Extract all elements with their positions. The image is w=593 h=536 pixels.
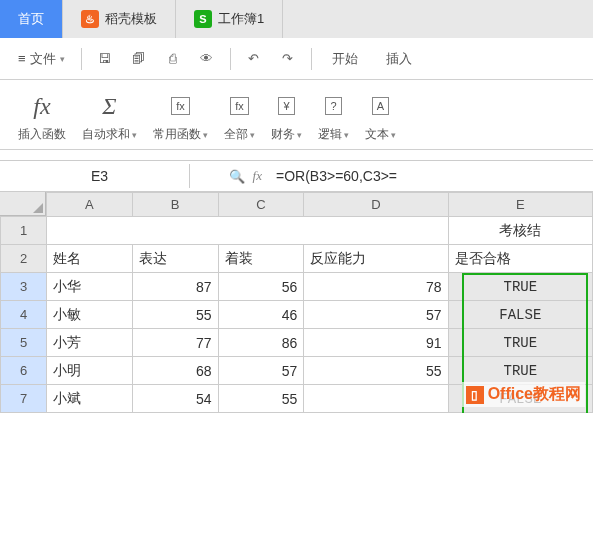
cell[interactable]: 姓名 <box>47 245 133 273</box>
cell[interactable]: 54 <box>132 385 218 413</box>
cell[interactable] <box>47 217 449 245</box>
cell[interactable]: 55 <box>304 357 448 385</box>
ribbon-auto-sum[interactable]: Σ 自动求和▾ <box>74 88 145 143</box>
row-header[interactable]: 2 <box>1 245 47 273</box>
cell[interactable]: FALSE <box>448 301 592 329</box>
col-header-B[interactable]: B <box>132 193 218 217</box>
office-icon: ▯ <box>466 386 484 404</box>
row-header[interactable]: 4 <box>1 301 47 329</box>
cell[interactable]: 小斌 <box>47 385 133 413</box>
chevron-down-icon: ▾ <box>344 130 349 140</box>
cell[interactable]: 87 <box>132 273 218 301</box>
formula-input[interactable]: =OR(B3>=60,C3>= <box>270 164 593 188</box>
table-row: 6 小明 68 57 55 TRUE <box>1 357 593 385</box>
table-row: 2 姓名 表达 着装 反应能力 是否合格 <box>1 245 593 273</box>
cell[interactable]: 小华 <box>47 273 133 301</box>
col-header-D[interactable]: D <box>304 193 448 217</box>
tab-label: 稻壳模板 <box>105 10 157 28</box>
fx-star-icon: fx <box>171 97 190 115</box>
cell[interactable]: 着装 <box>218 245 304 273</box>
chevron-down-icon: ▾ <box>297 130 302 140</box>
search-icon[interactable]: 🔍 <box>229 169 245 184</box>
preview-icon: 👁 <box>200 51 213 66</box>
table-row: 5 小芳 77 86 91 TRUE <box>1 329 593 357</box>
select-all-corner[interactable] <box>0 192 46 216</box>
cell[interactable]: 56 <box>218 273 304 301</box>
tab-label: 工作簿1 <box>218 10 264 28</box>
cell[interactable]: TRUE <box>448 357 592 385</box>
cell[interactable]: 77 <box>132 329 218 357</box>
cell[interactable]: 78 <box>304 273 448 301</box>
row-header[interactable]: 3 <box>1 273 47 301</box>
chevron-down-icon: ▾ <box>203 130 208 140</box>
yen-icon: ¥ <box>278 97 294 115</box>
chevron-down-icon: ▾ <box>391 130 396 140</box>
tab-templates[interactable]: ♨ 稻壳模板 <box>63 0 176 38</box>
workbook-tabs: 首页 ♨ 稻壳模板 S 工作簿1 <box>0 0 593 38</box>
cell[interactable]: 小敏 <box>47 301 133 329</box>
fx-icon: fx <box>33 93 50 120</box>
undo-button[interactable]: ↶ <box>239 44 269 74</box>
spreadsheet-icon: S <box>194 10 212 28</box>
row-header[interactable]: 5 <box>1 329 47 357</box>
cell[interactable]: 57 <box>218 357 304 385</box>
save-button[interactable]: 🖫 <box>90 44 120 74</box>
ribbon-text[interactable]: A 文本▾ <box>357 88 404 143</box>
cell[interactable]: 46 <box>218 301 304 329</box>
save-as-button[interactable]: 🗐 <box>124 44 154 74</box>
cell[interactable]: 55 <box>132 301 218 329</box>
cell[interactable]: 68 <box>132 357 218 385</box>
fx-button[interactable]: fx <box>253 168 262 184</box>
cell[interactable]: 57 <box>304 301 448 329</box>
cell[interactable]: TRUE <box>448 329 592 357</box>
name-box[interactable]: E3 <box>10 164 190 188</box>
file-menu[interactable]: ≡ 文件 ▾ <box>10 46 73 72</box>
ribbon: fx 插入函数 Σ 自动求和▾ fx 常用函数▾ fx 全部▾ ¥ 财务▾ ? … <box>0 80 593 150</box>
col-header-E[interactable]: E <box>448 193 592 217</box>
cell[interactable]: 小芳 <box>47 329 133 357</box>
cell[interactable]: TRUE <box>448 273 592 301</box>
row-header[interactable]: 1 <box>1 217 47 245</box>
print-button[interactable]: ⎙ <box>158 44 188 74</box>
cell[interactable]: 86 <box>218 329 304 357</box>
chevron-down-icon: ▾ <box>132 130 137 140</box>
chevron-down-icon: ▾ <box>60 54 65 64</box>
watermark: ▯ Office教程网 <box>462 382 585 407</box>
cell[interactable] <box>304 385 448 413</box>
col-header-C[interactable]: C <box>218 193 304 217</box>
redo-icon: ↷ <box>282 51 293 66</box>
cell[interactable]: 是否合格 <box>448 245 592 273</box>
row-header[interactable]: 7 <box>1 385 47 413</box>
cell[interactable]: 反应能力 <box>304 245 448 273</box>
tab-workbook1[interactable]: S 工作簿1 <box>176 0 283 38</box>
ribbon-all[interactable]: fx 全部▾ <box>216 88 263 143</box>
undo-icon: ↶ <box>248 51 259 66</box>
tab-home[interactable]: 首页 <box>0 0 63 38</box>
row-header[interactable]: 6 <box>1 357 47 385</box>
ribbon-logic[interactable]: ? 逻辑▾ <box>310 88 357 143</box>
ribbon-common-fn[interactable]: fx 常用函数▾ <box>145 88 216 143</box>
menu-start[interactable]: 开始 <box>320 46 370 72</box>
print-icon: ⎙ <box>169 51 177 66</box>
table-row: 4 小敏 55 46 57 FALSE <box>1 301 593 329</box>
ribbon-finance[interactable]: ¥ 财务▾ <box>263 88 310 143</box>
sigma-icon: Σ <box>102 93 116 120</box>
chevron-down-icon: ▾ <box>250 130 255 140</box>
fx-box-icon: fx <box>230 97 249 115</box>
file-label: 文件 <box>30 50 56 68</box>
cell[interactable]: 表达 <box>132 245 218 273</box>
cell[interactable]: 考核结 <box>448 217 592 245</box>
cell[interactable]: 小明 <box>47 357 133 385</box>
save-as-icon: 🗐 <box>132 51 145 66</box>
question-icon: ? <box>325 97 341 115</box>
menu-insert[interactable]: 插入 <box>374 46 424 72</box>
cell[interactable]: 91 <box>304 329 448 357</box>
table-row: 1 考核结 <box>1 217 593 245</box>
cell[interactable]: 55 <box>218 385 304 413</box>
ribbon-insert-function[interactable]: fx 插入函数 <box>10 88 74 143</box>
redo-button[interactable]: ↷ <box>273 44 303 74</box>
print-preview-button[interactable]: 👁 <box>192 44 222 74</box>
spreadsheet: A B C D E 1 考核结 2 姓名 表达 着装 反应能力 是否合格 3 小… <box>0 192 593 413</box>
col-header-A[interactable]: A <box>47 193 133 217</box>
save-icon: 🖫 <box>98 51 111 66</box>
